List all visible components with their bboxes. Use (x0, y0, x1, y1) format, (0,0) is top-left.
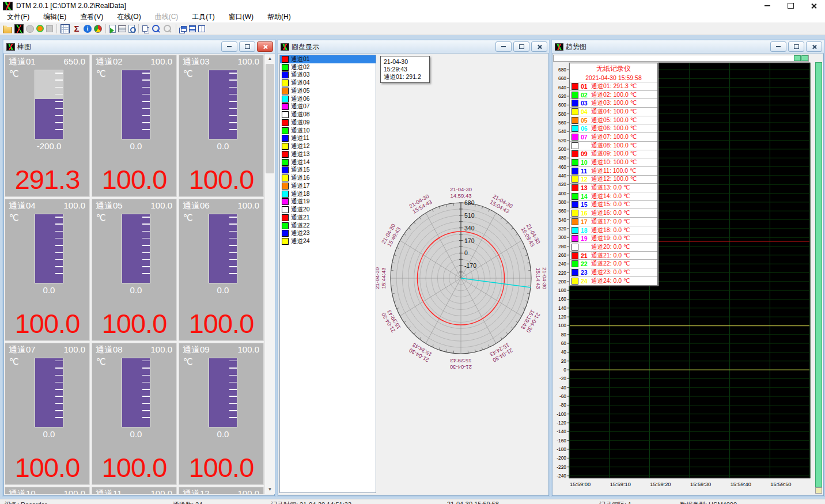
window-maximize-button[interactable] (239, 41, 255, 52)
channel-list-item[interactable]: 通道02 (280, 63, 376, 71)
stop-button-disabled[interactable] (46, 25, 53, 32)
scrollbar-thumb[interactable] (266, 64, 274, 173)
channel-list-item[interactable]: 通道05 (280, 87, 376, 95)
trend-vscrollbar[interactable] (815, 62, 822, 487)
channel-list-item[interactable]: 通道10 (280, 127, 376, 135)
hscroll-button[interactable] (801, 55, 808, 61)
scroll-up-icon[interactable]: ▲ (265, 54, 275, 63)
zoom-button[interactable] (152, 24, 161, 33)
gauge-bar-track (35, 214, 63, 283)
menu-item[interactable]: 窗口(W) (222, 12, 260, 22)
cascade-windows-button[interactable] (181, 26, 187, 32)
channel-list-item[interactable]: 通道18 (280, 190, 376, 198)
menu-item[interactable]: 查看(V) (73, 12, 110, 22)
info-button[interactable] (84, 25, 92, 33)
channel-list-item[interactable]: 通道22 (280, 222, 376, 230)
menu-item[interactable]: 在线(O) (110, 12, 147, 22)
legend-color-swatch (572, 269, 578, 276)
tile-horizontal-button[interactable] (189, 25, 196, 32)
menu-item[interactable]: 帮助(H) (260, 12, 298, 22)
window-minimize-button[interactable] (495, 41, 512, 52)
open-file-button[interactable] (3, 24, 12, 33)
trend-scroll-corner[interactable] (815, 487, 822, 494)
window-close-button[interactable] (531, 41, 547, 52)
gauge-channel-label: 通道04 (9, 200, 36, 211)
menu-item[interactable]: 曲线(C) (148, 12, 186, 22)
window-maximize-button[interactable] (513, 41, 529, 52)
menu-item[interactable]: 工具(T) (185, 12, 221, 22)
scroll-down-icon[interactable]: ▼ (265, 484, 275, 494)
channel-list-item[interactable]: 通道11 (280, 135, 376, 143)
app-maximize-button[interactable] (779, 0, 802, 12)
channel-list-item[interactable]: 通道17 (280, 182, 376, 190)
channel-list-item[interactable]: 通道06 (280, 95, 376, 103)
bargraph-window-titlebar[interactable]: 棒图 (3, 40, 275, 54)
legend-channel-value: 通道06: 100.0 ℃ (591, 124, 637, 132)
channel-list-item[interactable]: 通道01 (280, 55, 376, 63)
record-button[interactable] (36, 25, 44, 32)
menu-item[interactable]: 编辑(E) (36, 12, 73, 22)
channel-list-item[interactable]: 通道20 (280, 206, 376, 214)
print-button[interactable] (118, 25, 126, 32)
channel-list-item[interactable]: 通道03 (280, 71, 376, 79)
toolbar-separator[interactable] (105, 24, 106, 33)
toolbar-separator[interactable] (138, 24, 139, 33)
svg-text:15:59:40: 15:59:40 (731, 482, 751, 487)
polar-chart-area[interactable]: 6805103401700-17021-04-3014:59:4321-04-3… (376, 54, 549, 494)
channel-label: 通道18 (291, 190, 310, 198)
legend-color-swatch (572, 176, 578, 183)
gauge-max-value: 650.0 (63, 56, 85, 67)
legend-channel-value: 通道04: 100.0 ℃ (591, 108, 637, 116)
menu-item[interactable]: 文件(F) (0, 12, 36, 22)
legend-channel-number: 10 (581, 159, 591, 166)
channel-list-item[interactable]: 通道19 (280, 198, 376, 206)
channel-list-item[interactable]: 通道21 (280, 214, 376, 222)
toolbar-separator[interactable] (56, 24, 57, 33)
channel-label: 通道21 (291, 214, 310, 222)
trend-hscrollbar[interactable] (553, 55, 809, 62)
app-close-button[interactable] (802, 0, 825, 12)
app-minimize-button[interactable] (756, 0, 779, 12)
window-minimize-button[interactable] (770, 41, 786, 52)
pause-button-disabled[interactable] (26, 25, 34, 33)
gauge-channel-label: 通道02 (96, 56, 123, 67)
channel-list-item[interactable]: 通道12 (280, 142, 376, 150)
channel-list-item[interactable]: 通道08 (280, 111, 376, 119)
disk-window-titlebar[interactable]: 圆盘显示 (278, 40, 549, 54)
tile-vertical-button[interactable] (198, 25, 205, 32)
zoom-button-disabled[interactable] (163, 24, 172, 33)
window-minimize-button[interactable] (221, 41, 237, 52)
gauge-bar-track (35, 70, 63, 139)
gauge-bar-track (122, 214, 150, 283)
print-preview-button[interactable] (128, 25, 135, 33)
gauge-bar-track (209, 70, 237, 139)
channel-list-item[interactable]: 通道13 (280, 150, 376, 158)
channel-list-item[interactable]: 通道16 (280, 174, 376, 182)
legend-color-swatch (572, 168, 578, 175)
polar-chart[interactable]: 6805103401700-17021-04-3014:59:4321-04-3… (376, 54, 547, 494)
bargraph-scrollbar[interactable]: ▲ ▼ (264, 54, 275, 494)
channel-list-item[interactable]: 通道14 (280, 158, 376, 166)
channel-list-item[interactable]: 通道23 (280, 230, 376, 238)
data-table-button[interactable] (60, 24, 70, 33)
legend-channel-value: 通道10: 100.0 ℃ (591, 158, 637, 166)
window-close-button[interactable] (257, 41, 273, 52)
channel-list-item[interactable]: 通道15 (280, 166, 376, 175)
channel-list-item[interactable]: 通道24 (280, 237, 376, 245)
hscroll-button[interactable] (794, 55, 801, 61)
copy-button[interactable] (142, 25, 147, 32)
toolbar-separator[interactable] (176, 24, 176, 33)
channel-list-item[interactable]: 通道04 (280, 79, 376, 87)
legend-row: 06 通道06: 100.0 ℃ (570, 124, 657, 133)
window-maximize-button[interactable] (788, 41, 804, 52)
channel-list-item[interactable]: 通道07 (280, 103, 376, 111)
trend-window-titlebar[interactable]: 趋势图 (552, 40, 824, 54)
channel-list-item[interactable]: 通道09 (280, 119, 376, 127)
pie-chart-button[interactable] (94, 25, 102, 33)
svg-text:280: 280 (558, 244, 566, 249)
statistics-button[interactable] (72, 24, 81, 33)
realtime-display-button[interactable] (14, 24, 24, 33)
export-button[interactable] (109, 25, 116, 33)
window-close-button[interactable] (806, 41, 822, 52)
svg-text:15:44:43: 15:44:43 (380, 268, 387, 289)
